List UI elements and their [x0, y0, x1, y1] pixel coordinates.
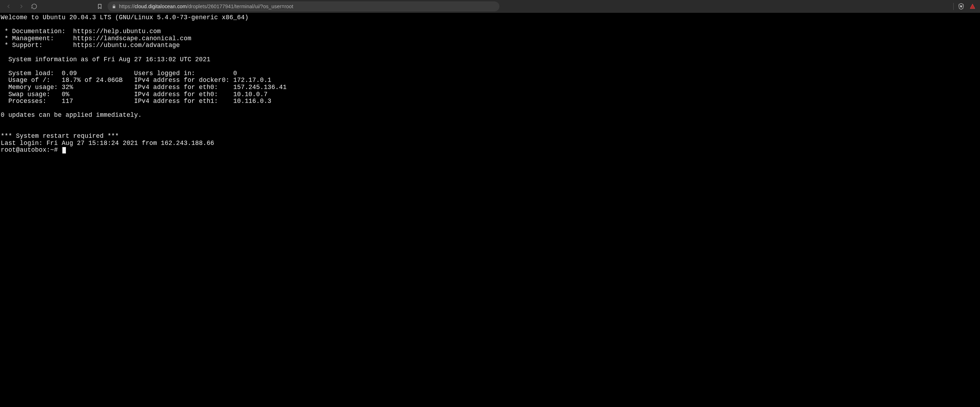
welcome-line: Welcome to Ubuntu 20.04.3 LTS (GNU/Linux… — [1, 14, 249, 21]
cursor-block — [62, 147, 66, 153]
stats-row: Memory usage: 32% IPv4 address for eth0:… — [1, 84, 287, 91]
doc-link-line: * Documentation: https://help.ubuntu.com — [1, 28, 161, 35]
stats-row: System load: 0.09 Users logged in: 0 — [1, 70, 237, 77]
mgmt-link-line: * Management: https://landscape.canonica… — [1, 35, 191, 42]
reload-button[interactable] — [29, 2, 39, 11]
browser-toolbar: https://cloud.digitalocean.com/droplets/… — [0, 0, 980, 13]
shell-prompt: root@autobox:~# — [1, 146, 62, 153]
brave-shields-icon[interactable] — [957, 3, 965, 10]
support-link-line: * Support: https://ubuntu.com/advantage — [1, 42, 180, 49]
url-text: https://cloud.digitalocean.com/droplets/… — [119, 3, 293, 9]
sysinfo-header: System information as of Fri Aug 27 16:1… — [1, 56, 210, 63]
lock-icon — [112, 4, 116, 9]
last-login-line: Last login: Fri Aug 27 15:18:24 2021 fro… — [1, 140, 214, 147]
updates-line: 0 updates can be applied immediately. — [1, 111, 142, 119]
terminal-output[interactable]: Welcome to Ubuntu 20.04.3 LTS (GNU/Linux… — [0, 13, 980, 155]
address-bar[interactable]: https://cloud.digitalocean.com/droplets/… — [108, 2, 500, 11]
brave-wallet-icon[interactable] — [969, 3, 977, 10]
forward-button[interactable] — [16, 2, 26, 11]
stats-row: Usage of /: 18.7% of 24.06GB IPv4 addres… — [1, 76, 272, 84]
bookmark-button[interactable] — [95, 2, 105, 11]
stats-row: Swap usage: 0% IPv4 address for eth0: 10… — [1, 91, 267, 98]
restart-warning: *** System restart required *** — [1, 132, 119, 140]
stats-row: Processes: 117 IPv4 address for eth1: 10… — [1, 98, 272, 105]
back-button[interactable] — [3, 2, 14, 11]
toolbar-divider — [953, 3, 954, 10]
